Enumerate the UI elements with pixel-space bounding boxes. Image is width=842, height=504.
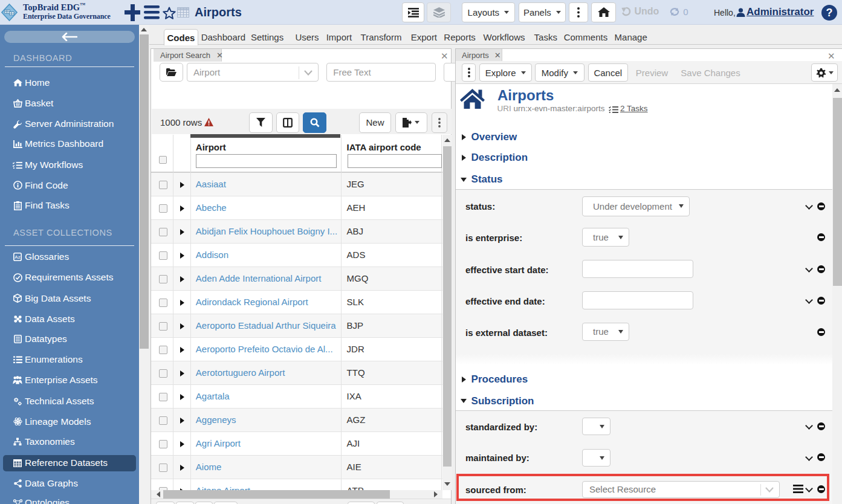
svg-text:Az: Az	[15, 254, 20, 260]
